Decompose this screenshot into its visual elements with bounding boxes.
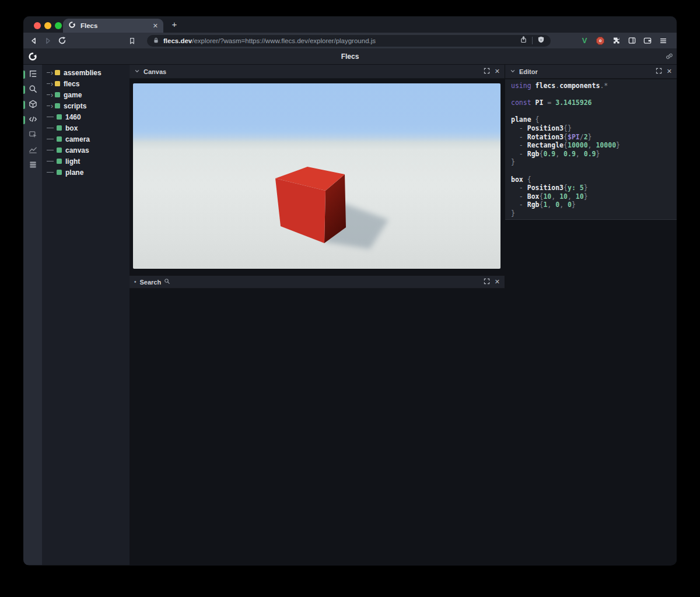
- close-window-button[interactable]: [34, 22, 41, 29]
- fullscreen-icon[interactable]: [484, 68, 490, 75]
- search-icon: [29, 85, 37, 96]
- sidebar-toggle-button[interactable]: [626, 36, 637, 46]
- menu-button[interactable]: [658, 36, 668, 46]
- code-line: }: [511, 209, 677, 218]
- nav-canvas-button[interactable]: [23, 97, 42, 113]
- chevron-down-icon[interactable]: [510, 68, 516, 75]
- tree-connector: [47, 161, 54, 161]
- entity-color-swatch: [57, 148, 62, 153]
- share-link-icon[interactable]: [665, 52, 674, 63]
- chevron-down-icon[interactable]: [134, 68, 140, 75]
- browser-window: Flecs ✕ + flecs.dev/explore: [23, 16, 677, 566]
- inspector-icon: [29, 130, 37, 141]
- tree-item-label: plane: [65, 168, 83, 177]
- close-icon[interactable]: ✕: [495, 278, 500, 286]
- canvas-panel-header[interactable]: Canvas ✕: [130, 65, 505, 79]
- code-line: - Position3{y: 5}: [511, 184, 677, 192]
- tree-item-label: scripts: [64, 102, 86, 110]
- tree-item-label: assemblies: [64, 69, 102, 77]
- traffic-lights: [34, 22, 62, 29]
- lock-icon: [153, 36, 159, 46]
- tree-item-label: camera: [65, 135, 90, 143]
- canvas-3d-viewport[interactable]: [133, 83, 501, 269]
- expand-chevron-icon[interactable]: ›: [51, 81, 53, 87]
- entity-tree-panel: ›assemblies›flecs›game›scripts1460boxcam…: [42, 65, 130, 565]
- entity-color-swatch: [57, 114, 62, 120]
- canvas-panel-title: Canvas: [144, 68, 166, 75]
- flecs-favicon-icon: [68, 20, 76, 31]
- tree-connector: [47, 94, 50, 95]
- expand-chevron-icon[interactable]: ›: [51, 70, 53, 76]
- entity-color-swatch: [55, 81, 60, 86]
- tab-close-icon[interactable]: ✕: [153, 22, 158, 30]
- collapsed-bullet-icon[interactable]: •: [134, 279, 136, 285]
- share-icon[interactable]: [520, 36, 527, 46]
- tree-connector: [47, 128, 54, 128]
- url-text: flecs.dev/explorer/?wasm=https://www.fle…: [163, 37, 520, 44]
- tree-connector: [47, 139, 54, 139]
- tree-connector: [47, 117, 54, 117]
- forward-button[interactable]: [43, 36, 52, 45]
- editor-panel-header[interactable]: Editor ✕: [505, 65, 677, 79]
- nav-tree-button[interactable]: [23, 67, 42, 82]
- nav-code-button[interactable]: [23, 113, 42, 128]
- nav-rows-button[interactable]: [23, 158, 42, 173]
- expand-chevron-icon[interactable]: ›: [51, 103, 53, 109]
- tree-item-scripts[interactable]: ›scripts: [42, 100, 130, 111]
- code-line: [511, 107, 677, 116]
- brave-shield-icon[interactable]: [537, 36, 545, 46]
- code-editor[interactable]: using flecs.components.* const PI = 3.14…: [505, 79, 677, 220]
- wallet-button[interactable]: [642, 36, 653, 46]
- tree-connector: [47, 150, 54, 150]
- tab-title: Flecs: [80, 22, 97, 29]
- expand-chevron-icon[interactable]: ›: [51, 92, 53, 98]
- tree-item-1460[interactable]: 1460: [42, 111, 130, 122]
- nav-icon-strip: [23, 65, 42, 565]
- fullscreen-icon[interactable]: [484, 278, 490, 286]
- code-line: [511, 167, 677, 175]
- back-button[interactable]: [29, 36, 38, 45]
- app-header: Flecs: [23, 48, 677, 65]
- tree-item-label: 1460: [65, 113, 81, 121]
- code-line: - Position3{}: [511, 124, 677, 133]
- adblock-extension-button[interactable]: [595, 36, 606, 46]
- tree-item-label: light: [65, 157, 80, 166]
- tree-connector: [47, 72, 50, 73]
- vue-devtools-extension-button[interactable]: V: [579, 36, 590, 46]
- tree-connector: [47, 172, 54, 173]
- tree-item-flecs[interactable]: ›flecs: [42, 78, 130, 89]
- extensions-puzzle-button[interactable]: [611, 36, 621, 46]
- tree-item-light[interactable]: light: [42, 156, 130, 167]
- code-line: [511, 90, 677, 99]
- flecs-logo-icon: [28, 52, 37, 64]
- tree-item-label: canvas: [65, 146, 89, 154]
- nav-search-button[interactable]: [23, 82, 42, 97]
- tree-item-canvas[interactable]: canvas: [42, 145, 130, 156]
- close-icon[interactable]: ✕: [495, 68, 500, 75]
- active-panel-indicator: [23, 86, 25, 94]
- code-line: plane {: [511, 115, 677, 124]
- reload-button[interactable]: [57, 36, 66, 45]
- tree-item-camera[interactable]: camera: [42, 134, 130, 145]
- bookmarks-icon[interactable]: [127, 36, 136, 45]
- tree-icon: [29, 69, 37, 80]
- tree-item-assemblies[interactable]: ›assemblies: [42, 67, 130, 78]
- tab-bar: Flecs ✕ +: [23, 16, 677, 33]
- new-tab-button[interactable]: +: [169, 19, 180, 30]
- close-icon[interactable]: ✕: [667, 68, 672, 75]
- code-icon: [29, 115, 37, 126]
- code-line: using flecs.components.*: [511, 82, 677, 90]
- main-area: Canvas ✕: [130, 65, 677, 565]
- nav-inspector-button[interactable]: [23, 128, 42, 143]
- minimize-window-button[interactable]: [44, 22, 51, 29]
- entity-color-swatch: [57, 170, 62, 175]
- fullscreen-icon[interactable]: [656, 68, 662, 75]
- address-bar[interactable]: flecs.dev/explorer/?wasm=https://www.fle…: [147, 35, 551, 47]
- search-panel-header[interactable]: • Search ✕: [130, 276, 505, 289]
- nav-stats-button[interactable]: [23, 143, 42, 158]
- tree-item-box[interactable]: box: [42, 122, 130, 134]
- tree-item-plane[interactable]: plane: [42, 167, 130, 178]
- zoom-window-button[interactable]: [55, 22, 62, 29]
- browser-tab-flecs[interactable]: Flecs ✕: [63, 19, 163, 33]
- tree-item-game[interactable]: ›game: [42, 89, 130, 100]
